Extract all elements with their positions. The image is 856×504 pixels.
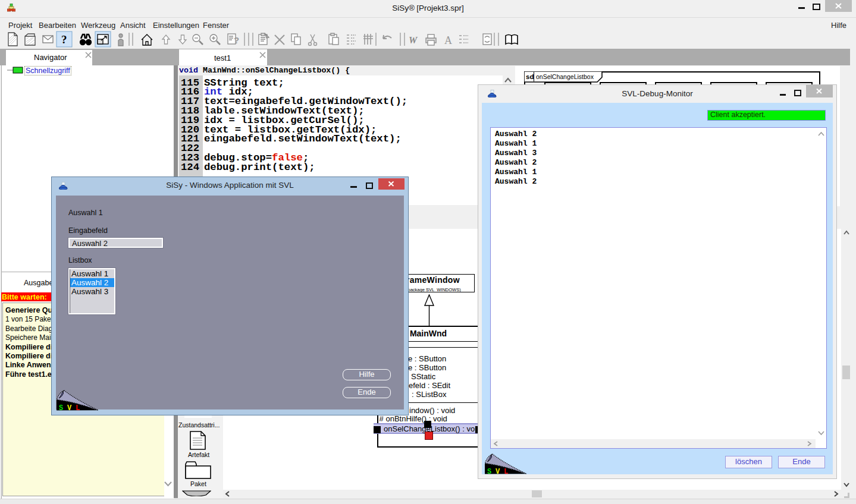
svg-text:W: W <box>409 35 418 45</box>
svg-text:L: L <box>504 468 508 474</box>
svg-text:A: A <box>444 34 452 46</box>
svg-text:V: V <box>496 468 500 474</box>
svg-text:S: S <box>59 404 63 411</box>
svg-text:L: L <box>76 404 80 411</box>
svg-text:?: ? <box>61 33 67 46</box>
svg-text:?: ? <box>234 35 239 45</box>
svg-text:onSelChangeListbox: onSelChangeListbox <box>536 73 594 80</box>
svg-text:sd: sd <box>526 73 534 80</box>
svg-text:V: V <box>67 404 72 411</box>
svg-text:S: S <box>487 468 491 474</box>
